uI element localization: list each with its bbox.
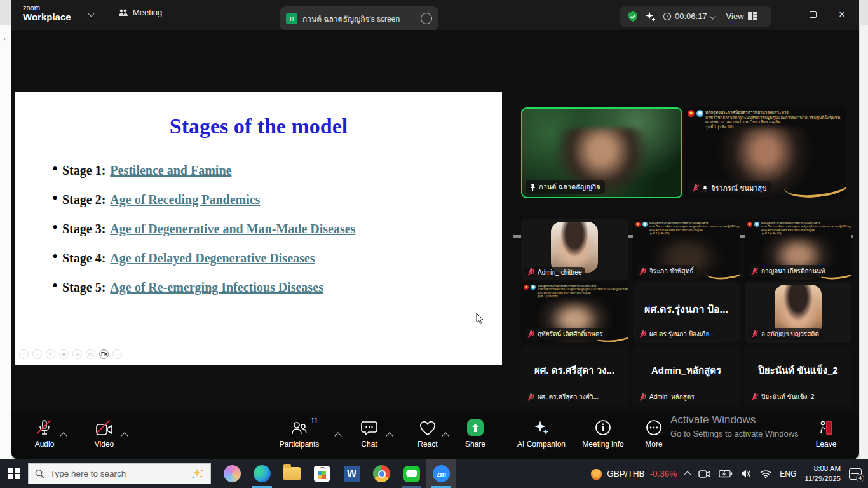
ai-companion-icon [533, 419, 550, 436]
chat-button[interactable]: Chat [342, 419, 396, 449]
next-slide-button[interactable]: › [32, 349, 42, 359]
more-options-button[interactable]: ⋯ [112, 349, 122, 359]
video-tile[interactable]: Admin_ chittree [521, 219, 628, 280]
participants-button[interactable]: 11 Participants [264, 419, 334, 449]
muted-mic-icon [640, 330, 646, 338]
speaker-icon[interactable] [741, 469, 752, 478]
muted-mic-icon [693, 184, 699, 192]
tab-options-icon[interactable]: ··· [421, 13, 432, 24]
camera-icon [101, 352, 107, 356]
notification-center-icon[interactable]: 4 [849, 468, 862, 480]
audio-options-chevron[interactable] [60, 432, 67, 439]
shared-slide: Stages of the model • Stage 1:Pestilence… [15, 92, 502, 365]
participant-name-pill: ผศ.ดร.รุ่งนภา ป้องเกีย... [636, 328, 719, 340]
participant-name-pill: ผศ. ดร.ศรีสุดา วงศ์วิ... [524, 391, 602, 403]
taskbar-copilot-icon[interactable] [217, 459, 247, 488]
video-tile[interactable]: หลักสูตรประกาศนียบัตรการพยาบาลเฉพาะทาง ส… [633, 219, 740, 280]
stage-5-link[interactable]: Age of Re-emerging Infectious Diseases [110, 280, 323, 294]
notification-count-badge: 4 [856, 474, 864, 482]
video-tile[interactable]: ผศ.ดร.รุ่งนภา ป้อ... ผศ.ดร.รุ่งนภา ป้องเ… [633, 282, 740, 343]
zoom-slide-button[interactable]: ⊕ [72, 349, 82, 359]
taskbar-file-explorer-icon[interactable] [277, 459, 307, 488]
stage-line-4: • Stage 4:Age of Delayed Degenerative Di… [52, 251, 315, 266]
subtitles-button[interactable]: ▣ [59, 349, 69, 359]
audio-button[interactable]: Audio [18, 419, 71, 449]
stage-line-3: • Stage 3:Age of Degenerative and Man-Ma… [52, 222, 355, 236]
participant-name-pill: Admin_ chittree [524, 267, 585, 277]
muted-mic-icon [752, 393, 758, 401]
maximize-button[interactable] [798, 0, 827, 29]
view-layout-icon [748, 12, 757, 20]
video-tile[interactable]: อ.สุกัญญา บุญวรสถิต [745, 282, 851, 343]
camera-toggle-button[interactable] [99, 349, 109, 359]
tray-zoom-icon[interactable] [698, 469, 710, 479]
bullet-dot: • [52, 189, 58, 208]
meeting-timer[interactable]: 00:06:17 [663, 11, 715, 21]
start-button[interactable] [0, 459, 28, 488]
react-options-chevron[interactable] [442, 432, 449, 439]
tray-overflow-chevron[interactable] [684, 471, 691, 478]
video-tile[interactable]: Admin_หลักสูตร Admin_หลักสูตร [633, 346, 740, 406]
participants-options-chevron[interactable] [334, 432, 341, 439]
university-emblem-icon [688, 110, 695, 117]
battery-icon[interactable] [719, 470, 733, 478]
leave-button[interactable]: Leave [799, 419, 853, 449]
participant-name-pill: ปิยะนันท์ ขันแข็ง_2 [748, 391, 818, 403]
close-button[interactable]: × [827, 0, 857, 29]
video-tile[interactable]: ปิยะนันท์ ขันแข็ง_2 ปิยะนันท์ ขันแข็ง_2 [745, 346, 851, 406]
taskbar-line-icon[interactable] [397, 459, 426, 488]
taskbar-store-icon[interactable] [307, 459, 337, 488]
react-button[interactable]: React [401, 419, 454, 449]
timer-chevron-icon[interactable] [709, 13, 715, 20]
taskbar-search-input[interactable]: Type here to search [28, 463, 211, 484]
security-shield-icon[interactable] [627, 11, 639, 22]
video-tile-featured-2[interactable]: หลักสูตรประกาศนียบัตรการพยาบาลเฉพาะทาง ส… [685, 107, 846, 198]
minimize-button[interactable] [769, 0, 798, 29]
course-banner-text: หลักสูตรประกาศนียบัตรการพยาบาลเฉพาะทาง ส… [705, 110, 841, 129]
see-all-slides-button[interactable]: ▤ [86, 349, 95, 359]
participant-display-name: ผศ.ดร.รุ่งนภา ป้อ... [633, 301, 740, 317]
stage-3-link[interactable]: Age of Degenerative and Man-Made Disease… [110, 222, 355, 236]
video-tile[interactable]: หลักสูตรประกาศนียบัตรการพยาบาลเฉพาะทาง ส… [745, 219, 851, 280]
video-tile[interactable]: หลักสูตรประกาศนียบัตรการพยาบาลเฉพาะทาง ส… [521, 282, 628, 343]
participant-name-pill: อ.สุกัญญา บุญวรสถิต [748, 328, 823, 340]
stage-1-link[interactable]: Pestilence and Famine [110, 163, 231, 177]
faculty-emblem-icon [754, 222, 759, 227]
ai-sparkle-icon[interactable] [645, 11, 656, 22]
pin-icon [530, 184, 536, 191]
taskbar-edge-icon[interactable] [247, 459, 277, 488]
language-indicator[interactable]: ENG [780, 470, 796, 478]
share-button[interactable]: Share [449, 419, 502, 449]
stage-4-link[interactable]: Age of Delayed Degenerative Diseases [110, 251, 315, 265]
course-banner-text: หลักสูตรประกาศนียบัตรการพยาบาลเฉพาะทาง ส… [649, 222, 740, 236]
faculty-emblem-icon [531, 285, 536, 290]
course-banner-text: หลักสูตรประกาศนียบัตรการพยาบาลเฉพาะทาง ส… [761, 222, 851, 236]
video-tile-active-speaker[interactable]: กานต์ ฉลาดธัญญกิจ [521, 107, 682, 198]
previous-slide-button[interactable]: ‹ [19, 349, 29, 359]
workspace-chevron-icon[interactable] [88, 11, 95, 17]
participant-display-name: ผศ. ดร.ศรีสุดา วง... [521, 363, 628, 378]
faculty-emblem-icon [642, 222, 648, 227]
background-window-edge-right [859, 25, 868, 459]
heart-icon [419, 421, 436, 436]
view-button[interactable]: View [726, 11, 757, 21]
currency-ticker[interactable]: GBP/THB -0.36% [591, 469, 677, 478]
zoom-workplace-logo: zoom Workplace [23, 4, 71, 22]
taskbar-chrome-icon[interactable] [367, 459, 397, 488]
participant-name-pill: กาญจนา เกียรติกานนท์ [748, 265, 829, 277]
pen-button[interactable]: ✎ [46, 349, 55, 359]
tab-shared-screen[interactable]: ก กานต์ ฉลาดธัญญกิจ's screen ··· [280, 6, 438, 30]
video-tile[interactable]: ผศ. ดร.ศรีสุดา วง... ผศ. ดร.ศรีสุดา วงศ์… [521, 346, 628, 406]
windows-logo-icon [8, 468, 20, 480]
shared-screen-title: กานต์ ฉลาดธัญญกิจ's screen [302, 13, 400, 25]
video-options-chevron[interactable] [121, 432, 128, 439]
timer-value: 00:06:17 [675, 11, 707, 21]
chat-options-chevron[interactable] [386, 432, 393, 439]
taskbar-word-icon[interactable]: W [337, 459, 367, 488]
taskbar-clock[interactable]: 8:08 AM 11/29/2025 [804, 464, 841, 484]
wifi-icon[interactable] [760, 470, 771, 478]
stage-2-link[interactable]: Age of Receding Pandemics [110, 193, 260, 207]
video-button[interactable]: Video [78, 419, 131, 449]
tab-meeting[interactable]: Meeting [118, 8, 162, 17]
taskbar-zoom-icon[interactable]: zm [426, 459, 456, 488]
